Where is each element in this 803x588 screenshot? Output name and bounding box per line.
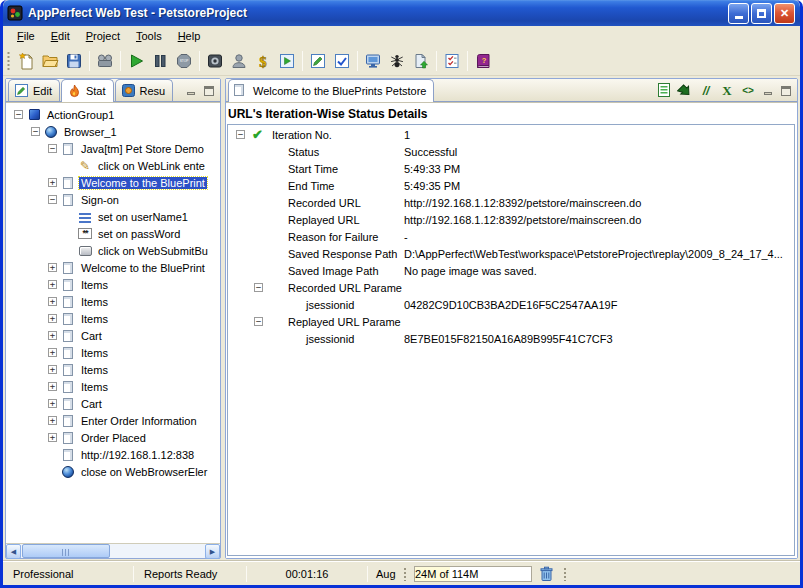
report-button[interactable] — [655, 84, 673, 97]
tree-item[interactable]: set on userName1 — [6, 208, 220, 225]
run-test-button[interactable] — [124, 49, 148, 73]
minimize-view-button[interactable] — [183, 84, 198, 97]
export-results-button[interactable] — [409, 49, 433, 73]
record-settings-button[interactable] — [203, 49, 227, 73]
tree-expander-plus[interactable]: + — [48, 297, 57, 306]
details-label: Status — [288, 146, 319, 158]
tree-item[interactable]: −ActionGroup1 — [6, 106, 220, 123]
details-expander-minus[interactable]: − — [236, 130, 245, 139]
xml-export-button[interactable]: <> — [739, 84, 757, 97]
details-expander-minus[interactable]: − — [254, 283, 263, 292]
tab-edit[interactable]: Edit — [8, 79, 60, 101]
menu-edit[interactable]: Edit — [43, 28, 78, 44]
scroll-right-button[interactable]: ▶ — [205, 544, 220, 559]
menu-tools[interactable]: Tools — [128, 28, 170, 44]
debug-ant-icon — [388, 52, 406, 70]
tree-item[interactable]: close on WebBrowserEler — [6, 463, 220, 480]
tree-item[interactable]: ✎click on WebLink ente — [6, 157, 220, 174]
tree-expander-plus[interactable]: + — [48, 263, 57, 272]
scroll-left-button[interactable]: ◀ — [6, 544, 21, 559]
cost-analysis-button[interactable]: $ — [251, 49, 275, 73]
save-project-button[interactable] — [62, 49, 86, 73]
compare-results-button[interactable]: // — [697, 84, 715, 97]
maximize-view-button[interactable] — [201, 84, 216, 97]
validate-script-button[interactable] — [330, 49, 354, 73]
minimize-button[interactable] — [728, 3, 749, 24]
debug-ant-button[interactable] — [385, 49, 409, 73]
menu-help[interactable]: Help — [170, 28, 209, 44]
tree-item[interactable]: +Items — [6, 344, 220, 361]
tree-item[interactable]: click on WebSubmitBu — [6, 242, 220, 259]
tree-expander-minus[interactable]: − — [31, 127, 40, 136]
tree-item[interactable]: +Welcome to the BluePrint — [6, 259, 220, 276]
tree-expander-plus[interactable]: + — [48, 416, 57, 425]
tree-item[interactable]: +Items — [6, 378, 220, 395]
tree-item[interactable]: http://192.168.1.12:838 — [6, 446, 220, 463]
tab-label: Resu — [140, 85, 166, 97]
stop-test-button[interactable]: STOP — [172, 49, 196, 73]
new-project-button[interactable] — [14, 49, 38, 73]
replay-browser-button[interactable] — [275, 49, 299, 73]
maximize-view-button[interactable] — [778, 84, 793, 97]
tree-expander-minus[interactable]: − — [48, 195, 57, 204]
tree-expander-plus[interactable]: + — [48, 331, 57, 340]
tree-expander-plus[interactable]: + — [48, 178, 57, 187]
details-row: −Replayed URL Parame — [228, 314, 794, 331]
maximize-button[interactable] — [751, 3, 772, 24]
test-checklist-button[interactable] — [440, 49, 464, 73]
scrollbar-thumb[interactable] — [22, 544, 110, 558]
tree-item[interactable]: +Items — [6, 361, 220, 378]
details-value: 5:49:33 PM — [404, 163, 460, 175]
tree-item[interactable]: +Welcome to the BluePrint — [6, 174, 220, 191]
tab-resu[interactable]: Resu — [115, 79, 174, 101]
tab-welcome-page[interactable]: Welcome to the BluePrints Petstore — [228, 79, 434, 102]
tree-item[interactable]: +Enter Order Information — [6, 412, 220, 429]
details-value: 1 — [404, 129, 410, 141]
toolbar-separator — [467, 51, 468, 71]
toolbar-separator — [436, 51, 437, 71]
tree-item-label: set on userName1 — [96, 211, 190, 223]
tree-item[interactable]: +Items — [6, 310, 220, 327]
tree-expander-plus[interactable]: + — [48, 365, 57, 374]
tree-item[interactable]: +Items — [6, 276, 220, 293]
details-expander-minus[interactable]: − — [254, 317, 263, 326]
excel-export-button[interactable]: X — [718, 84, 736, 97]
tree-expander-plus[interactable]: + — [48, 348, 57, 357]
close-button[interactable]: ✕ — [774, 3, 795, 24]
tree-item[interactable]: +Cart — [6, 327, 220, 344]
tree-item[interactable]: +Order Placed — [6, 429, 220, 446]
tree-item[interactable]: +Cart — [6, 395, 220, 412]
tree-expander-plus[interactable]: + — [48, 314, 57, 323]
garbage-collect-button[interactable] — [536, 565, 556, 583]
tree-item[interactable]: **set on passWord — [6, 225, 220, 242]
tree-expander-plus[interactable]: + — [48, 382, 57, 391]
tree-expander-minus[interactable]: − — [48, 144, 57, 153]
tree-item[interactable]: −Browser_1 — [6, 123, 220, 140]
tree-expander-plus[interactable]: + — [48, 280, 57, 289]
tree-item-label: Items — [79, 381, 110, 393]
monitor-button[interactable] — [361, 49, 385, 73]
page-icon — [61, 312, 75, 326]
help-book-button[interactable]: ? — [471, 49, 495, 73]
pause-test-button[interactable] — [148, 49, 172, 73]
menu-project[interactable]: Project — [78, 28, 128, 44]
edit-script-button[interactable] — [306, 49, 330, 73]
open-project-button[interactable] — [38, 49, 62, 73]
menu-bar: FileEditProjectToolsHelp — [3, 26, 800, 46]
tab-stat[interactable]: Stat — [61, 79, 114, 102]
record-button[interactable] — [93, 49, 117, 73]
tree-expander-plus[interactable]: + — [48, 399, 57, 408]
virtual-users-button[interactable] — [227, 49, 251, 73]
tree-item[interactable]: +Items — [6, 293, 220, 310]
app-window: AppPerfect Web Test - PetstoreProject ✕ … — [0, 0, 803, 588]
export-report-button[interactable] — [676, 84, 694, 97]
tree-horizontal-scrollbar[interactable]: ◀ ▶ — [6, 543, 220, 558]
tree-expander-minus[interactable]: − — [14, 110, 23, 119]
tree-item[interactable]: −Sign-on — [6, 191, 220, 208]
minimize-view-button[interactable] — [760, 84, 775, 97]
tree-item-label: Items — [79, 279, 110, 291]
tree-item[interactable]: −Java[tm] Pet Store Demo — [6, 140, 220, 157]
tree-expander-plus[interactable]: + — [48, 433, 57, 442]
menu-file[interactable]: File — [9, 28, 43, 44]
memory-text: 24M of 114M — [415, 568, 478, 580]
